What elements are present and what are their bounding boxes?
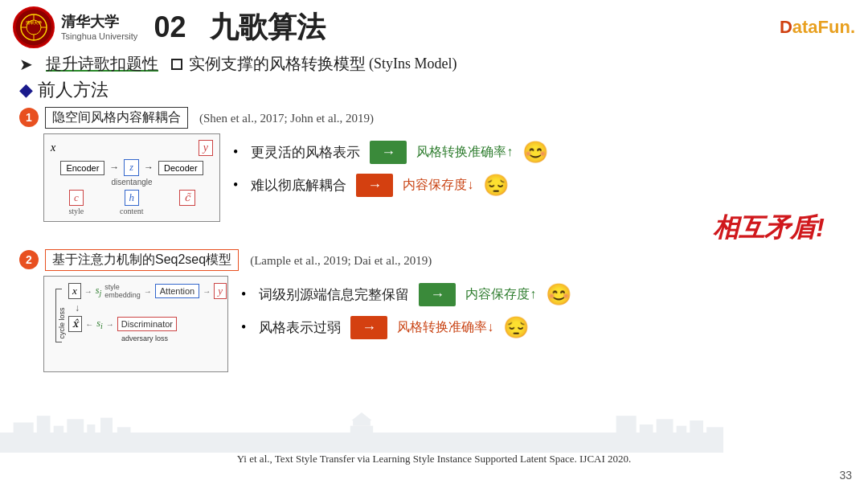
diag1-content-group: h content (120, 190, 143, 215)
item1-bullet1: • 更灵活的风格表示 → 风格转换准确率↑ 😊 (233, 140, 849, 165)
item2-ref: (Lample et al., 2019; Dai et al., 2019) (250, 254, 432, 268)
svg-marker-16 (352, 412, 372, 420)
cycle-brace (55, 289, 62, 342)
svg-rect-17 (353, 420, 371, 426)
svg-rect-13 (87, 424, 95, 433)
item1-arrow2-icon: → (356, 174, 393, 197)
item2-bullets: • 词级别源端信息完整保留 → 内容保存度↑ 😊 • 风格表示过弱 → 风格转换… (241, 276, 849, 340)
diag1-x: x (51, 141, 55, 154)
svg-rect-8 (0, 433, 723, 453)
item1-emoji1: 😊 (522, 140, 548, 165)
section-subtitle-en: (StyIns Model) (369, 55, 457, 72)
item1-bullet2: • 难以彻底解耦合 → 内容保存度↓ 😔 (233, 173, 849, 198)
diag1-disentangle: disentangle (111, 178, 152, 187)
svg-rect-11 (54, 426, 64, 433)
logo-text: 清华大学 Tsinghua University (61, 14, 137, 41)
slide-title: 02 九歌算法 (154, 8, 326, 47)
arrow-icon: ➤ (19, 55, 33, 74)
item1-arrow1-icon: → (370, 141, 407, 164)
item1: 1 隐空间风格内容解耦合 (Shen et al., 2017; John et… (19, 107, 849, 129)
item2-arrow2-icon: → (350, 316, 387, 339)
svg-rect-18 (350, 426, 373, 433)
item2: 2 基于注意力机制的Seq2seq模型 (Lample et al., 2019… (19, 249, 849, 271)
building-silhouette (0, 412, 723, 453)
item2-arrow1-icon: → (419, 283, 456, 306)
item1-result2: 内容保存度↓ (403, 177, 473, 194)
logo-cn-text: 清华大学 (61, 14, 137, 31)
prev-methods-heading: ◆ 前人方法 (19, 78, 849, 102)
item2-number: 2 (19, 250, 39, 269)
svg-rect-21 (657, 419, 674, 433)
diag1-c2-group: c̃ (179, 190, 194, 215)
section-topic: 提升诗歌扣题性 (46, 53, 158, 75)
arrow1-icon: → (109, 162, 119, 174)
diag1-c: c (69, 190, 84, 206)
svg-rect-12 (67, 419, 84, 433)
diag2-attention: Attention (155, 284, 199, 298)
diag1-style-group: c style (68, 190, 84, 215)
item2-label: 基于注意力机制的Seq2seq模型 (45, 249, 239, 271)
diag2-sj: sj (96, 285, 101, 297)
item2-bullet2-text: 风格表示过弱 (259, 318, 341, 337)
header: 清华大学 清华大学 Tsinghua University 02 九歌算法 Da… (0, 0, 868, 51)
diagram2: cycle loss x → sj style embedding → Atte… (43, 276, 228, 372)
item2-header: 基于注意力机制的Seq2seq模型 (Lample et al., 2019; … (45, 249, 432, 271)
svg-rect-22 (677, 426, 687, 433)
page-number: 33 (839, 469, 852, 482)
datafun-logo: DataFun. (780, 17, 855, 38)
diag1-content-label: content (120, 207, 143, 215)
svg-rect-20 (640, 424, 653, 433)
svg-rect-9 (14, 423, 34, 433)
svg-rect-10 (37, 416, 51, 433)
item2-emoji2: 😔 (503, 315, 529, 340)
item2-result1: 内容保存度↑ (465, 286, 536, 303)
item1-label: 隐空间风格内容解耦合 (45, 107, 188, 129)
section-heading: ➤ 提升诗歌扣题性 实例支撑的风格转换模型 (StyIns Model) (19, 53, 849, 75)
item2-bullet1: • 词级别源端信息完整保留 → 内容保存度↑ 😊 (241, 282, 849, 307)
arrow2-icon: → (144, 162, 154, 174)
logo-area: 清华大学 清华大学 Tsinghua University (13, 6, 137, 48)
diag1-c2: c̃ (179, 190, 194, 206)
item2-emoji1: 😊 (546, 282, 571, 307)
diag1-y: y (199, 140, 213, 156)
adversary-loss-label: adversary loss (68, 334, 221, 342)
svg-rect-14 (100, 418, 113, 433)
diagram1: x y Encoder → z → Decoder disentangle c (43, 133, 220, 222)
main-content: ➤ 提升诗歌扣题性 实例支撑的风格转换模型 (StyIns Model) ◆ 前… (0, 51, 868, 372)
item1-bullet2-text: 难以彻底解耦合 (251, 176, 346, 195)
diag2-si: si (96, 318, 102, 330)
diag1-encoder: Encoder (60, 161, 104, 175)
diag2-xhat: x̂ (68, 316, 82, 332)
bottom-citation: Yi et al., Text Style Transfer via Learn… (0, 453, 868, 465)
diag1-z: z (124, 159, 139, 176)
item1-number: 1 (19, 108, 39, 127)
item2-result2: 风格转换准确率↓ (397, 319, 493, 336)
item1-result1: 风格转换准确率↑ (416, 144, 513, 161)
logo-en-text: Tsinghua University (61, 31, 137, 41)
tsinghua-logo: 清华大学 (13, 6, 55, 48)
section-subtitle-area: 实例支撑的风格转换模型 (StyIns Model) (171, 53, 457, 75)
diag2-x: x (68, 283, 81, 299)
item1-diagram-area: x y Encoder → z → Decoder disentangle c (43, 133, 849, 222)
svg-rect-15 (117, 427, 131, 433)
svg-rect-24 (706, 427, 723, 433)
item2-bullet1-text: 词级别源端信息完整保留 (259, 285, 409, 304)
prev-methods-label: 前人方法 (38, 78, 108, 102)
item1-ref: (Shen et al., 2017; John et al., 2019) (199, 112, 374, 125)
item1-header: 隐空间风格内容解耦合 (Shen et al., 2017; John et a… (45, 107, 374, 129)
item1-emoji2: 😔 (483, 173, 509, 198)
diag1-style-label: style (68, 207, 84, 215)
section-subtitle: 实例支撑的风格转换模型 (189, 53, 366, 75)
diag2-y: y (214, 283, 227, 299)
item1-bullet1-text: 更灵活的风格表示 (251, 143, 360, 162)
item2-diagram-area: cycle loss x → sj style embedding → Atte… (43, 276, 849, 372)
checkbox-icon (171, 59, 182, 70)
diag1-h: h (125, 190, 140, 206)
item2-bullet2: • 风格表示过弱 → 风格转换准确率↓ 😔 (241, 315, 849, 340)
style-emb-label: style embedding (104, 283, 141, 299)
item1-bullets: • 更灵活的风格表示 → 风格转换准确率↑ 😊 • 难以彻底解耦合 → 内容保存… (233, 133, 849, 198)
svg-rect-23 (690, 420, 703, 433)
svg-text:清华大学: 清华大学 (26, 20, 42, 25)
diamond-icon: ◆ (19, 80, 33, 100)
diag2-discriminator: Discriminator (117, 317, 177, 331)
